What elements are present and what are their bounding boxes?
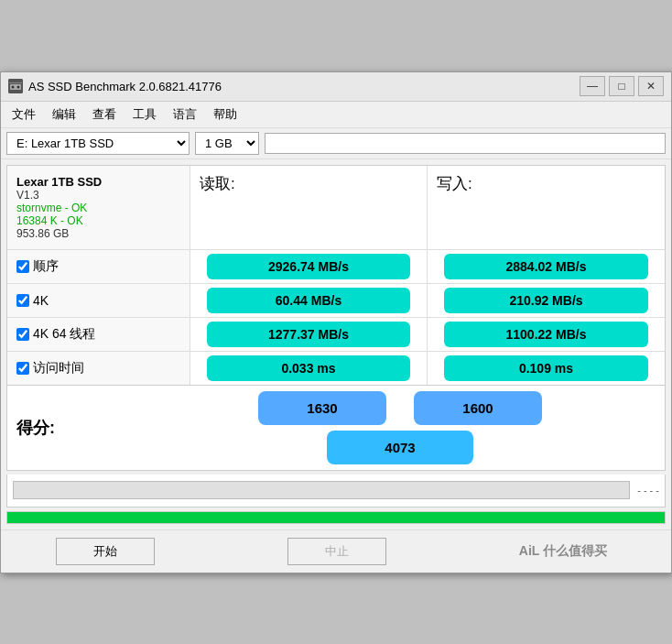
read-4k64-value: 1277.37 MB/s bbox=[207, 322, 409, 347]
checkbox-4k[interactable]: 4K bbox=[16, 293, 49, 308]
stop-button[interactable]: 中止 bbox=[287, 538, 386, 565]
checkbox-sequential[interactable]: 顺序 bbox=[16, 258, 59, 275]
row-4k: 4K 60.44 MB/s 210.92 MB/s bbox=[7, 284, 665, 318]
progress-bar-container bbox=[13, 481, 630, 499]
read-header: 读取: bbox=[190, 166, 428, 249]
checkbox-4k64[interactable]: 4K 64 线程 bbox=[16, 326, 95, 343]
maximize-button[interactable]: □ bbox=[609, 76, 634, 96]
write-4k: 210.92 MB/s bbox=[428, 284, 665, 317]
score-read-button[interactable]: 1630 bbox=[258, 391, 386, 425]
watermark-text: AiL 什么值得买 bbox=[519, 543, 616, 560]
score-row-read-write: 1630 1600 bbox=[258, 391, 542, 425]
score-label: 得分: bbox=[16, 417, 145, 439]
read-access: 0.033 ms bbox=[190, 352, 428, 385]
menu-view[interactable]: 查看 bbox=[85, 104, 124, 126]
checkbox-access[interactable]: 访问时间 bbox=[16, 360, 84, 377]
score-total-button[interactable]: 4073 bbox=[327, 431, 473, 464]
write-sequential: 2884.02 MB/s bbox=[428, 250, 665, 283]
drive-name: Lexar 1TB SSD bbox=[16, 175, 102, 189]
drive-driver1: stornvme - OK bbox=[16, 202, 87, 214]
write-header: 写入: bbox=[428, 166, 665, 249]
window-title: AS SSD Benchmark 2.0.6821.41776 bbox=[28, 80, 222, 93]
drive-info-cell: Lexar 1TB SSD V1.3 stornvme - OK 16384 K… bbox=[7, 166, 190, 249]
title-bar: AS SSD Benchmark 2.0.6821.41776 — □ ✕ bbox=[1, 72, 671, 102]
row-access: 访问时间 0.033 ms 0.109 ms bbox=[7, 352, 665, 385]
write-4k-value: 210.92 MB/s bbox=[444, 288, 647, 313]
menu-file[interactable]: 文件 bbox=[5, 104, 43, 126]
drive-driver2: 16384 K - OK bbox=[16, 214, 83, 227]
progress-area: - - - - bbox=[6, 475, 666, 508]
green-progress-bar bbox=[6, 511, 666, 524]
bottom-buttons: 开始 中止 AiL 什么值得买 bbox=[1, 529, 671, 573]
check-access[interactable] bbox=[16, 362, 29, 375]
svg-point-3 bbox=[17, 86, 20, 89]
write-4k64: 1100.22 MB/s bbox=[428, 318, 665, 351]
drive-capacity: 953.86 GB bbox=[16, 227, 69, 240]
main-content: Lexar 1TB SSD V1.3 stornvme - OK 16384 K… bbox=[1, 159, 671, 529]
dots-display: - - - - bbox=[637, 485, 659, 496]
check-4k64[interactable] bbox=[16, 328, 29, 341]
score-section: 得分: 1630 1600 4073 bbox=[6, 386, 666, 471]
menu-language[interactable]: 语言 bbox=[166, 104, 204, 126]
write-4k64-value: 1100.22 MB/s bbox=[444, 322, 647, 347]
label-4k64: 4K 64 线程 bbox=[7, 318, 190, 351]
score-total-row: 4073 bbox=[327, 431, 473, 464]
minimize-button[interactable]: — bbox=[580, 76, 605, 96]
results-header-row: Lexar 1TB SSD V1.3 stornvme - OK 16384 K… bbox=[7, 166, 665, 250]
write-sequential-value: 2884.02 MB/s bbox=[444, 254, 647, 279]
read-sequential-value: 2926.74 MB/s bbox=[207, 254, 409, 279]
row-sequential: 顺序 2926.74 MB/s 2884.02 MB/s bbox=[7, 250, 665, 284]
window-controls: — □ ✕ bbox=[580, 76, 664, 96]
row-4k64: 4K 64 线程 1277.37 MB/s 1100.22 MB/s bbox=[7, 318, 665, 352]
label-access: 访问时间 bbox=[7, 352, 190, 385]
read-4k-value: 60.44 MB/s bbox=[207, 288, 409, 313]
label-4k: 4K bbox=[7, 284, 190, 317]
svg-point-2 bbox=[12, 86, 15, 89]
title-bar-left: AS SSD Benchmark 2.0.6821.41776 bbox=[8, 79, 222, 93]
results-area: Lexar 1TB SSD V1.3 stornvme - OK 16384 K… bbox=[6, 165, 666, 386]
app-icon bbox=[8, 79, 23, 93]
menu-tools[interactable]: 工具 bbox=[125, 104, 164, 126]
read-4k: 60.44 MB/s bbox=[190, 284, 428, 317]
score-values: 1630 1600 4073 bbox=[145, 391, 656, 464]
close-button[interactable]: ✕ bbox=[638, 76, 664, 96]
menu-help[interactable]: 帮助 bbox=[206, 104, 244, 126]
read-4k64: 1277.37 MB/s bbox=[190, 318, 428, 351]
label-sequential: 顺序 bbox=[7, 250, 190, 283]
toolbar-input[interactable] bbox=[265, 133, 666, 154]
toolbar: E: Lexar 1TB SSD 1 GB2 GB4 GB bbox=[1, 128, 671, 159]
menu-edit[interactable]: 编辑 bbox=[45, 104, 83, 126]
write-access: 0.109 ms bbox=[428, 352, 665, 385]
read-access-value: 0.033 ms bbox=[207, 355, 409, 381]
score-inner: 得分: 1630 1600 4073 bbox=[7, 386, 665, 470]
menu-bar: 文件 编辑 查看 工具 语言 帮助 bbox=[1, 102, 671, 128]
start-button[interactable]: 开始 bbox=[56, 538, 155, 565]
check-sequential[interactable] bbox=[16, 260, 29, 273]
drive-version: V1.3 bbox=[16, 189, 39, 202]
svg-rect-4 bbox=[9, 82, 22, 83]
write-access-value: 0.109 ms bbox=[444, 355, 647, 381]
drive-select[interactable]: E: Lexar 1TB SSD bbox=[6, 132, 190, 155]
score-write-button[interactable]: 1600 bbox=[414, 391, 542, 425]
main-window: AS SSD Benchmark 2.0.6821.41776 — □ ✕ 文件… bbox=[0, 71, 672, 573]
size-select[interactable]: 1 GB2 GB4 GB bbox=[195, 132, 259, 155]
check-4k[interactable] bbox=[16, 294, 29, 307]
read-sequential: 2926.74 MB/s bbox=[190, 250, 428, 283]
